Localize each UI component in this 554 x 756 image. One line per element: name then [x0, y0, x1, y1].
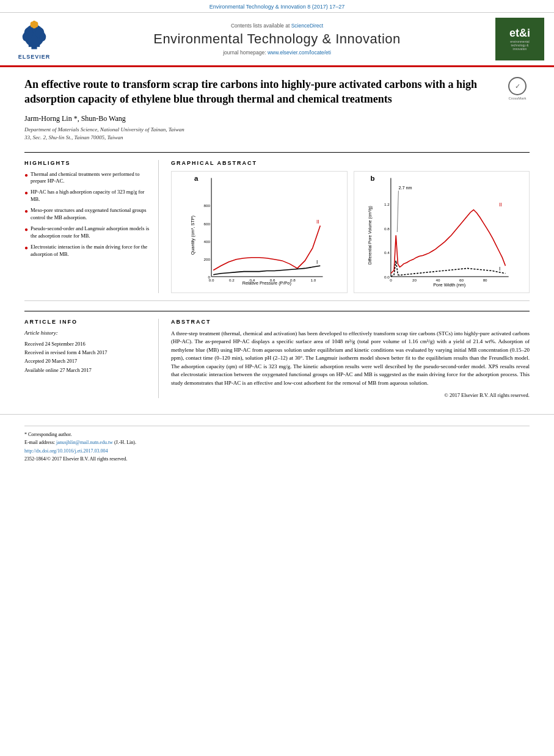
svg-text:600: 600 [204, 221, 211, 225]
eti-logo-sub: environmentaltechnology &innovation [510, 40, 529, 51]
svg-point-9 [35, 21, 38, 27]
online-date: Available online 27 March 2017 [24, 366, 150, 374]
highlight-item-2: ● HP-AC has a high adsorption capacity o… [24, 189, 150, 203]
svg-text:80: 80 [483, 278, 487, 282]
svg-text:Differential Pore Volume (cm³/: Differential Pore Volume (cm³/g) [367, 206, 372, 264]
svg-text:0.2: 0.2 [229, 278, 235, 282]
highlight-item-5: ● Electrostatic interaction is the main … [24, 244, 150, 258]
sciencedirect-link[interactable]: ScienceDirect [291, 23, 323, 29]
crossmark-badge: ✓ CrossMark [505, 77, 530, 100]
article-title: An effective route to transform scrap ti… [24, 77, 499, 107]
elsevier-logo: ELSEVIER [10, 19, 59, 60]
highlight-item-3: ● Meso-pore structures and oxygenated fu… [24, 207, 150, 222]
svg-text:40: 40 [436, 278, 440, 282]
abstract-label: ABSTRACT [171, 319, 530, 325]
abstract-text: A three-step treatment (thermal, chemica… [171, 330, 530, 388]
email-note: E-mail address: janusjhlin@mail.nutn.edu… [24, 439, 530, 447]
journal-header: ELSEVIER Contents lists available at Sci… [0, 13, 554, 67]
svg-text:II: II [316, 219, 319, 225]
affiliation: Department of Materials Science, Nationa… [24, 126, 530, 142]
authors: Jarm-Horng Lin *, Shun-Bo Wang [24, 114, 530, 123]
svg-text:800: 800 [204, 203, 211, 208]
article-info-abstract-section: ARTICLE INFO Article history: Received 2… [24, 311, 530, 399]
eti-logo: et&i environmentaltechnology &innovation [495, 18, 544, 60]
email-link[interactable]: janusjhlin@mail.nutn.edu.tw [56, 440, 113, 445]
revised-date: Received in revised form 4 March 2017 [24, 348, 150, 357]
crossmark-icon: ✓ [508, 77, 527, 95]
eti-logo-text: et&i [509, 27, 530, 38]
homepage-link[interactable]: www.elsevier.com/locate/eti [268, 49, 331, 56]
svg-text:I: I [316, 259, 318, 265]
bullet-icon: ● [24, 207, 28, 216]
article-dates: Received 24 September 2016 Received in r… [24, 340, 150, 375]
svg-text:20: 20 [412, 278, 416, 282]
bullet-icon: ● [24, 244, 28, 252]
svg-text:1.2: 1.2 [384, 202, 390, 206]
svg-text:0.6: 0.6 [270, 278, 275, 282]
journal-citation: Environmental Technology & Innovation 8 … [0, 0, 554, 13]
article-info-label: ARTICLE INFO [24, 319, 150, 325]
main-content: An effective route to transform scrap ti… [0, 67, 554, 408]
abstract-col: ABSTRACT A three-step treatment (thermal… [171, 319, 530, 399]
highlight-item-1: ● Thermal and chemical treatments were p… [24, 171, 150, 186]
svg-text:0: 0 [390, 278, 392, 282]
svg-text:Quantity (cm³, STP): Quantity (cm³, STP) [190, 216, 195, 255]
history-label: Article history: [24, 330, 150, 336]
svg-text:0.4: 0.4 [249, 278, 255, 282]
sciencedirect-line: Contents lists available at ScienceDirec… [59, 23, 495, 29]
svg-text:1.0: 1.0 [310, 278, 316, 282]
journal-homepage: journal homepage: www.elsevier.com/locat… [59, 49, 495, 56]
elsevier-label: ELSEVIER [18, 54, 51, 60]
pore-size-chart: b Differential Pore Volume (cm³/g) Pore … [354, 172, 530, 293]
crossmark-label: CrossMark [508, 96, 526, 100]
graph-panel-a: a Quantity (cm³, STP) Relative Pressure … [171, 171, 348, 293]
adsorption-isotherm-chart: a Quantity (cm³, STP) Relative Pressure … [172, 172, 347, 293]
svg-text:b: b [370, 174, 374, 181]
bullet-icon: ● [24, 171, 28, 180]
accepted-date: Accepted 20 March 2017 [24, 357, 150, 365]
graphical-abstract-label: GRAPHICAL ABSTRACT [171, 160, 530, 166]
corresponding-note: * Corresponding author. [24, 431, 530, 439]
bullet-icon: ● [24, 225, 28, 234]
issn-text: 2352-1864/© 2017 Elsevier B.V. All right… [24, 456, 530, 462]
svg-text:400: 400 [204, 239, 211, 243]
svg-text:I: I [499, 265, 500, 271]
graph-panel-b: b Differential Pore Volume (cm³/g) Pore … [354, 171, 530, 293]
article-info-col: ARTICLE INFO Article history: Received 2… [24, 319, 159, 399]
copyright: © 2017 Elsevier B.V. All rights reserved… [171, 392, 530, 398]
svg-text:II: II [499, 202, 502, 208]
highlights-graphical-section: HIGHLIGHTS ● Thermal and chemical treatm… [24, 152, 530, 301]
journal-title: Environmental Technology & Innovation [59, 31, 495, 47]
svg-text:2.7 nm: 2.7 nm [398, 185, 412, 191]
highlights-col: HIGHLIGHTS ● Thermal and chemical treatm… [24, 160, 159, 293]
svg-text:Pore Width (nm): Pore Width (nm) [433, 282, 465, 287]
svg-text:200: 200 [204, 256, 211, 261]
footer: * Corresponding author. E-mail address: … [0, 414, 554, 468]
svg-text:0.8: 0.8 [290, 278, 296, 282]
svg-point-6 [39, 32, 46, 42]
svg-text:a: a [194, 174, 199, 181]
journal-center: Contents lists available at ScienceDirec… [59, 23, 495, 56]
elsevier-tree-icon [16, 19, 53, 53]
svg-text:0.0: 0.0 [384, 275, 390, 279]
svg-point-5 [23, 32, 29, 42]
page: Environmental Technology & Innovation 8 … [0, 0, 554, 756]
graphical-abstract-panels: a Quantity (cm³, STP) Relative Pressure … [171, 171, 530, 293]
bullet-icon: ● [24, 189, 28, 197]
citation-text: Environmental Technology & Innovation 8 … [210, 4, 344, 10]
svg-line-45 [397, 191, 398, 232]
graphical-abstract-col: GRAPHICAL ABSTRACT a Quantity (cm³, STP) [171, 160, 530, 293]
highlights-label: HIGHLIGHTS [24, 160, 150, 166]
footer-divider [24, 426, 530, 426]
doi-link[interactable]: http://dx.doi.org/10.1016/j.eti.2017.03.… [24, 448, 108, 454]
received-date: Received 24 September 2016 [24, 340, 150, 348]
svg-point-8 [31, 21, 34, 27]
svg-text:0.0: 0.0 [209, 278, 214, 282]
article-title-section: An effective route to transform scrap ti… [24, 77, 530, 107]
svg-text:0.8: 0.8 [384, 226, 390, 230]
svg-text:0.4: 0.4 [384, 250, 390, 255]
highlight-item-4: ● Pseudo-second-order and Langmuir adsor… [24, 225, 150, 240]
svg-text:60: 60 [459, 278, 464, 282]
